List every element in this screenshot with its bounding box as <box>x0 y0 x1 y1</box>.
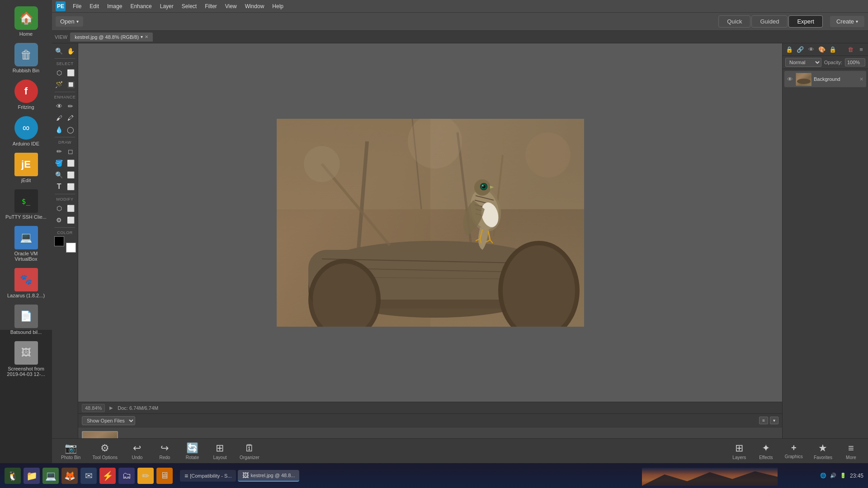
layers-palette-icon[interactable]: 🎨 <box>817 45 827 55</box>
menu-window[interactable]: Window <box>241 2 268 11</box>
mode-guided[interactable]: Guided <box>751 15 788 28</box>
open-button[interactable]: Open ▾ <box>56 16 83 27</box>
tool-options-icon: ⚙ <box>100 442 109 454</box>
crop-tool[interactable]: ⬡ <box>54 203 65 214</box>
transform-tool[interactable]: ⚙ <box>54 215 65 225</box>
opacity-input[interactable] <box>845 58 865 66</box>
taskbar-icon-screenshot[interactable]: 🖼 Screenshot from 2019-04-03 12-... <box>4 338 49 380</box>
blur-tool[interactable]: 🖍 <box>66 113 76 123</box>
dodge-tool[interactable]: ◯ <box>66 124 76 135</box>
red-eye-tool[interactable]: 👁 <box>54 101 65 112</box>
sys-icon-1[interactable]: 🐧 <box>5 468 21 484</box>
taskbar-task-compatibility[interactable]: ≡ [Compatibility - S... <box>180 470 236 482</box>
layers-button[interactable]: ⊞ Layers <box>727 441 752 462</box>
menu-file[interactable]: File <box>69 2 85 11</box>
layers-lock2-icon[interactable]: 🔒 <box>828 45 838 55</box>
mode-quick[interactable]: Quick <box>718 15 750 28</box>
photo-bin-menu-icon[interactable]: ≡ <box>759 417 768 424</box>
file-tab-dropdown-icon[interactable]: ▾ <box>141 34 143 39</box>
move-tool[interactable]: ⬡ <box>54 67 65 78</box>
menu-enhance[interactable]: Enhance <box>127 2 155 11</box>
layer-close-icon[interactable]: ✕ <box>859 76 863 82</box>
network-icon[interactable]: 🌐 <box>820 473 826 479</box>
layout-label: Layout <box>213 455 226 460</box>
blend-mode-select[interactable]: Normal Multiply Screen <box>785 58 821 67</box>
layers-lock-icon[interactable]: 🔒 <box>784 45 794 55</box>
canvas-container[interactable] <box>78 43 782 402</box>
graphics-button[interactable]: + Graphics <box>780 441 807 461</box>
favorites-button[interactable]: ★ Favorites <box>809 441 837 462</box>
sys-icon-2[interactable]: 📁 <box>24 468 40 484</box>
tool-options-button[interactable]: ⚙ Tool Options <box>88 441 122 462</box>
organizer-button[interactable]: 🗓 Organizer <box>235 441 264 462</box>
mode-expert[interactable]: Expert <box>788 15 823 28</box>
menu-help[interactable]: Help <box>269 2 287 11</box>
type-mask-tool[interactable]: ⬜ <box>66 181 76 192</box>
sys-icon-5[interactable]: ✉ <box>80 468 97 484</box>
menu-layer[interactable]: Layer <box>156 2 177 11</box>
menu-select[interactable]: Select <box>178 2 200 11</box>
background-color-swatch[interactable] <box>66 243 76 253</box>
rotate-button[interactable]: 🔄 Rotate <box>180 441 205 462</box>
photo-bin-button[interactable]: 📷 Photo Bin <box>57 441 85 462</box>
fill-tool[interactable]: ⬜ <box>66 158 76 169</box>
layout-button[interactable]: ⊞ Layout <box>208 441 232 462</box>
redo-button[interactable]: ↪ Redo <box>152 441 177 462</box>
layers-eye-icon[interactable]: 👁 <box>806 45 816 55</box>
taskbar-icon-arduino[interactable]: ∞ Arduino IDE <box>4 113 49 149</box>
taskbar-icon-batsound[interactable]: 📄 Batsound bil... <box>4 302 49 338</box>
type-tool[interactable]: T <box>54 181 65 192</box>
foreground-color-swatch[interactable] <box>54 236 64 246</box>
taskbar-task-kestrel[interactable]: 🖼 kestrel.jpg @ 48.8... <box>238 470 299 482</box>
file-tab[interactable]: kestrel.jpg @ 48.8% (RGB/8) ▾ ✕ <box>70 33 153 42</box>
brush-tool[interactable]: ✏ <box>54 146 65 157</box>
taskbar-icon-putty[interactable]: $_ PuTTY SSH Clie... <box>4 187 49 222</box>
create-button[interactable]: Create ▾ <box>830 16 864 27</box>
show-open-select[interactable]: Show Open Files Show All Files <box>82 416 135 425</box>
battery-icon[interactable]: 🔋 <box>840 473 846 479</box>
taskbar-icon-virtualbox[interactable]: 💻 Oracle VM VirtualBox <box>4 223 49 264</box>
taskbar-icon-lazarus[interactable]: 🐾 Lazarus (1.8.2...) <box>4 265 49 301</box>
speaker-icon[interactable]: 🔊 <box>830 473 836 479</box>
sys-icon-3[interactable]: 💻 <box>42 468 59 484</box>
layers-link-icon[interactable]: 🔗 <box>795 45 805 55</box>
zoom-tool[interactable]: 🔍 <box>54 46 65 56</box>
file-tab-close-icon[interactable]: ✕ <box>145 34 148 39</box>
sys-icon-8[interactable]: ✏ <box>137 468 154 484</box>
more-button[interactable]: ≡ More <box>839 441 863 462</box>
effects-button[interactable]: ✦ Effects <box>754 441 778 462</box>
taskbar-icon-jedit[interactable]: jE jEdit <box>4 150 49 186</box>
menu-filter[interactable]: Filter <box>201 2 221 11</box>
menu-image[interactable]: Image <box>104 2 126 11</box>
taskbar-icon-fritzing[interactable]: f Fritzing <box>4 77 49 113</box>
sys-icon-9[interactable]: 🖥 <box>156 468 173 484</box>
sponge-tool[interactable]: 💧 <box>54 124 65 135</box>
pencil-tool[interactable]: ⬜ <box>66 169 76 180</box>
liquify-tool[interactable]: ⬜ <box>66 215 76 225</box>
shape-tool[interactable]: 🔍 <box>54 169 65 180</box>
sys-icon-4[interactable]: 🦊 <box>61 468 78 484</box>
sys-icon-7[interactable]: 🗂 <box>118 468 135 484</box>
menu-view[interactable]: View <box>222 2 241 11</box>
photo-bin-close-icon[interactable]: ▾ <box>770 417 778 424</box>
hand-tool[interactable]: ✋ <box>66 46 76 56</box>
eraser-tool[interactable]: ◻ <box>66 146 76 157</box>
healing-tool[interactable]: ✏ <box>66 101 76 112</box>
layers-delete-icon[interactable]: 🗑 <box>845 45 855 55</box>
taskbar-icon-home[interactable]: 🏠 Home <box>4 4 49 39</box>
layer-background[interactable]: 👁 Background ✕ <box>784 71 866 87</box>
paint-bucket-tool[interactable]: 🪣 <box>54 158 65 169</box>
clone-tool[interactable]: 🖌 <box>54 113 65 123</box>
layers-menu-icon[interactable]: ≡ <box>856 45 866 55</box>
marquee-tool[interactable]: ⬜ <box>66 67 76 78</box>
menu-edit[interactable]: Edit <box>86 2 103 11</box>
zoom-percentage[interactable]: 48.84% <box>82 404 105 412</box>
layer-visibility-icon[interactable]: 👁 <box>787 76 793 83</box>
lasso-tool[interactable]: 🪄 <box>54 79 65 90</box>
recompose-tool[interactable]: ⬜ <box>66 203 76 214</box>
selection-tool[interactable]: 🔲 <box>66 79 76 90</box>
opacity-label: Opacity: <box>824 60 842 65</box>
sys-icon-6[interactable]: ⚡ <box>99 468 116 484</box>
undo-button[interactable]: ↩ Undo <box>125 441 150 462</box>
taskbar-icon-rubbish[interactable]: 🗑 Rubbish Bin <box>4 40 49 76</box>
